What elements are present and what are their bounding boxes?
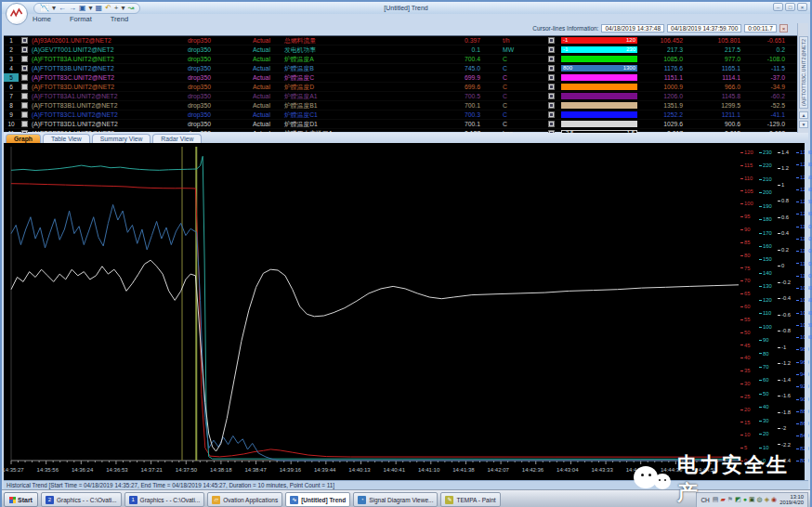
row-scale-checkbox[interactable] <box>548 56 555 62</box>
cursor-time-1[interactable]: 04/18/2019 14:37:48 <box>601 24 664 32</box>
row-number[interactable]: 6 <box>4 83 19 91</box>
taskbar-button-icon: ◔ <box>358 496 366 504</box>
cursor1-value: 1151.1 <box>638 73 696 82</box>
tab-graph[interactable]: Graph <box>6 134 41 143</box>
cursor-time-2[interactable]: 04/18/2019 14:37:59.700 <box>667 24 741 32</box>
x-axis-label: 14:36:53 <box>106 467 127 473</box>
row-number[interactable]: 9 <box>4 110 19 119</box>
scroll-down-icon[interactable]: ▼ <box>799 121 808 128</box>
scale-bar[interactable] <box>561 93 637 99</box>
row-number[interactable]: 8 <box>4 101 19 110</box>
row-scale-checkbox[interactable] <box>548 102 555 109</box>
row-visibility-checkbox[interactable] <box>21 84 28 90</box>
row-number[interactable]: 7 <box>4 92 19 100</box>
row-visibility-checkbox[interactable] <box>21 102 28 109</box>
signal-status: Actual <box>253 101 284 110</box>
table-row[interactable]: 9(A)FTOTT83C1.UNIT2@NET2drop350Actual炉膛温… <box>4 110 797 120</box>
back-icon[interactable]: ← <box>59 4 66 13</box>
y-tick-label: 30 <box>759 418 768 423</box>
row-number[interactable]: 5 <box>4 73 19 82</box>
close-button[interactable]: × <box>797 3 807 11</box>
table-row[interactable]: 8(A)FTOTT83B1.UNIT2@NET2drop350Actual炉膛温… <box>4 101 797 110</box>
row-scale-checkbox[interactable] <box>548 74 555 81</box>
scale-bar[interactable] <box>561 74 637 81</box>
scale-bar[interactable] <box>561 111 637 118</box>
x-axis-label: 14:39:44 <box>314 467 335 473</box>
row-scale-checkbox[interactable] <box>548 93 555 99</box>
scroll-up-icon[interactable]: ▲ <box>799 111 808 119</box>
table-row[interactable]: 6(A)FTOTT83D.UNIT2@NET2drop350Actual炉膛温度… <box>4 83 797 92</box>
scale-bar[interactable]: -1230 <box>561 46 637 53</box>
row-number[interactable]: 3 <box>4 55 19 63</box>
table-row[interactable]: 5(A)FTOTT83C.UNIT2@NET2drop350Actual炉膛温度… <box>4 73 797 83</box>
taskbar-button[interactable]: ▱Ovation Applications <box>207 492 282 507</box>
row-scale-checkbox[interactable] <box>548 46 555 53</box>
scale-bar[interactable] <box>561 56 637 62</box>
live-trend-icon[interactable]: ↝ <box>128 4 135 13</box>
table-row[interactable]: 2(A)GEV7T001.UNIT2@NET2drop350Actual发电机功… <box>4 46 797 55</box>
table-row[interactable]: 1(A)93A02601.UNIT2@NET2drop350Actual总燃料流… <box>4 36 797 46</box>
y-tick-label: 130 <box>759 283 772 289</box>
row-visibility-checkbox[interactable] <box>21 121 28 127</box>
row-scale-checkbox[interactable] <box>548 111 555 118</box>
y-tick-label: 50 <box>759 391 768 396</box>
y-tick-label: 170 <box>759 230 772 236</box>
plot-area[interactable] <box>4 143 812 480</box>
row-number[interactable]: 1 <box>4 36 19 45</box>
export-window-icon[interactable]: ▣ <box>79 4 86 13</box>
table-row[interactable]: 7(A)FTOTT83A1.UNIT2@NET2drop350Actual炉膛温… <box>4 92 797 101</box>
table-row[interactable]: 10(A)FTOTT83D1.UNIT2@NET2drop350Actual炉膛… <box>4 120 797 129</box>
row-number[interactable]: 10 <box>4 120 19 128</box>
row-visibility-checkbox[interactable] <box>21 46 28 53</box>
menu-item-home[interactable]: Home <box>30 15 54 23</box>
scale-bar[interactable]: 8001300 <box>561 65 637 72</box>
tab-summary-view[interactable]: Summary View <box>92 134 151 143</box>
signal-value: 700.5 <box>405 92 493 100</box>
taskbar-button[interactable]: ✎TEMPA - Paint <box>440 492 500 507</box>
selected-signal-side-tab[interactable]: (A)FTOTT83C.UNIT2@NET2 <box>799 36 808 109</box>
scale-bar[interactable] <box>561 84 637 90</box>
scale-bar[interactable] <box>561 121 637 127</box>
row-number[interactable]: 4 <box>4 64 19 72</box>
chart-type-icon[interactable]: 📉 <box>40 4 49 13</box>
scale-bar[interactable] <box>561 102 637 109</box>
add-icon[interactable]: + <box>114 4 119 13</box>
row-scale-checkbox[interactable] <box>548 84 555 90</box>
row-visibility-checkbox[interactable] <box>21 93 28 99</box>
cursor-bar-close-icon[interactable]: × <box>779 24 788 32</box>
minimize-button[interactable]: – <box>773 3 783 11</box>
taskbar-button[interactable]: 1Graphics - - C:\Ovati... <box>124 492 205 507</box>
row-scale-checkbox[interactable] <box>548 65 555 72</box>
row-visibility-checkbox[interactable] <box>21 74 28 81</box>
row-visibility-checkbox[interactable] <box>21 56 28 62</box>
dropdown-caret-icon[interactable]: ▾ <box>89 4 93 13</box>
row-scale-checkbox[interactable] <box>548 121 555 127</box>
row-visibility-checkbox[interactable] <box>21 111 28 118</box>
maximize-button[interactable]: □ <box>785 3 795 11</box>
y-tick-label: 100 <box>740 201 753 206</box>
taskbar-button[interactable]: ∿[Untitled] Trend <box>285 492 350 507</box>
taskbar-button[interactable]: ◔Signal Diagram Viewe... <box>353 492 438 507</box>
row-scale-checkbox[interactable] <box>548 37 555 44</box>
cursor1-value: 1206.0 <box>638 92 696 100</box>
forward-icon[interactable]: → <box>69 4 76 13</box>
undo-icon[interactable]: ↶ <box>105 4 111 13</box>
row-visibility-checkbox[interactable] <box>21 37 28 44</box>
tab-table-view[interactable]: Table View <box>43 134 90 143</box>
row-number[interactable]: 2 <box>4 46 19 54</box>
cursor2-value: 966.0 <box>696 83 753 91</box>
menu-item-format[interactable]: Format <box>67 15 95 23</box>
tab-radar-view[interactable]: Radar View <box>152 134 202 143</box>
row-visibility-checkbox[interactable] <box>21 65 28 72</box>
dropdown-caret-icon[interactable]: ▾ <box>122 4 125 13</box>
trend-graph[interactable]: 1201151101051009590858075706560555045403… <box>4 143 808 480</box>
dropdown-caret-icon[interactable]: ▾ <box>52 4 56 13</box>
scale-bar[interactable]: -1120 <box>561 37 637 44</box>
app-logo-icon[interactable] <box>6 3 28 25</box>
table-row[interactable]: 4(A)FTOTT83B.UNIT2@NET2drop350Actual炉膛温度… <box>4 64 797 73</box>
table-row[interactable]: 3(A)FTOTT83A.UNIT2@NET2drop350Actual炉膛温度… <box>4 55 797 64</box>
taskbar-button[interactable]: 2Graphics - - C:\Ovati... <box>41 492 122 507</box>
menu-item-trend[interactable]: Trend <box>108 15 131 23</box>
start-button[interactable]: Start <box>4 492 38 507</box>
grid-icon[interactable]: ▦ <box>96 4 103 13</box>
